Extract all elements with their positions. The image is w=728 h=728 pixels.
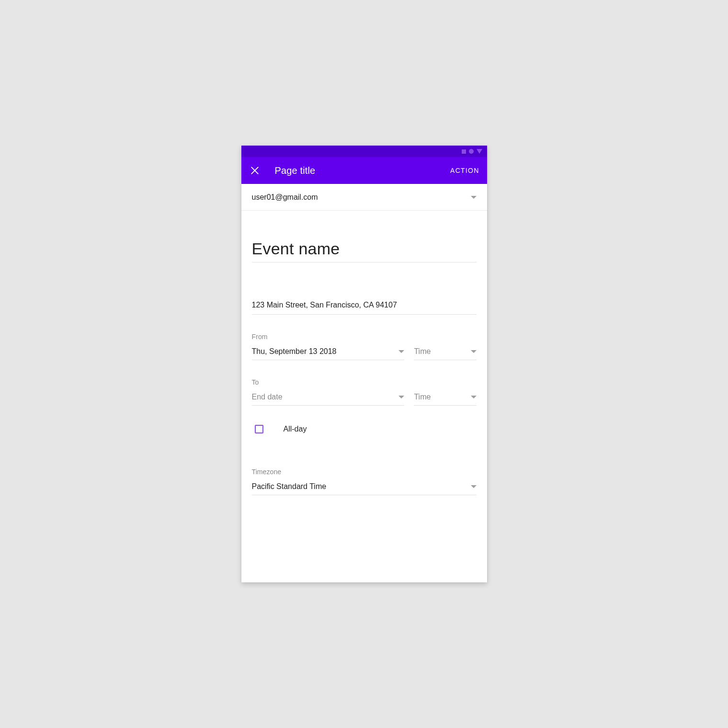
- content-area: user01@gmail.com Event name 123 Main Str…: [241, 184, 487, 582]
- account-selector[interactable]: user01@gmail.com: [241, 184, 487, 211]
- timezone-field[interactable]: Pacific Standard Time: [252, 478, 477, 495]
- chevron-down-icon: [471, 196, 477, 199]
- all-day-label: All-day: [284, 425, 307, 433]
- from-date-field[interactable]: Thu, September 13 2018: [252, 343, 405, 360]
- to-row: End date Time: [252, 389, 477, 406]
- all-day-row[interactable]: All-day: [252, 425, 477, 433]
- chevron-down-icon: [471, 350, 477, 353]
- device-frame: Page title ACTION user01@gmail.com Event…: [241, 146, 487, 582]
- timezone-value: Pacific Standard Time: [252, 482, 327, 491]
- chevron-down-icon: [398, 396, 404, 398]
- from-label: From: [252, 333, 477, 341]
- action-button[interactable]: ACTION: [450, 167, 479, 174]
- form-area: Event name 123 Main Street, San Francisc…: [241, 211, 487, 495]
- from-date-value: Thu, September 13 2018: [252, 347, 337, 356]
- app-bar: Page title ACTION: [241, 157, 487, 184]
- page-title: Page title: [275, 165, 451, 176]
- to-date-placeholder: End date: [252, 393, 283, 401]
- event-name-input[interactable]: Event name: [252, 211, 477, 262]
- from-time-placeholder: Time: [414, 347, 431, 356]
- status-triangle-icon: [477, 149, 482, 154]
- to-label: To: [252, 378, 477, 386]
- timezone-label: Timezone: [252, 468, 477, 476]
- close-icon: [250, 166, 260, 175]
- address-input[interactable]: 123 Main Street, San Francisco, CA 94107: [252, 301, 477, 315]
- all-day-checkbox[interactable]: [255, 425, 263, 433]
- status-circle-icon: [469, 149, 474, 154]
- to-time-placeholder: Time: [414, 393, 431, 401]
- to-time-field[interactable]: Time: [414, 389, 476, 406]
- chevron-down-icon: [398, 350, 404, 353]
- close-button[interactable]: [249, 165, 261, 176]
- from-time-field[interactable]: Time: [414, 343, 476, 360]
- account-email: user01@gmail.com: [252, 193, 318, 202]
- to-date-field[interactable]: End date: [252, 389, 405, 406]
- chevron-down-icon: [471, 485, 477, 488]
- status-square-icon: [462, 149, 466, 154]
- from-row: Thu, September 13 2018 Time: [252, 343, 477, 360]
- status-bar: [241, 146, 487, 157]
- chevron-down-icon: [471, 396, 477, 398]
